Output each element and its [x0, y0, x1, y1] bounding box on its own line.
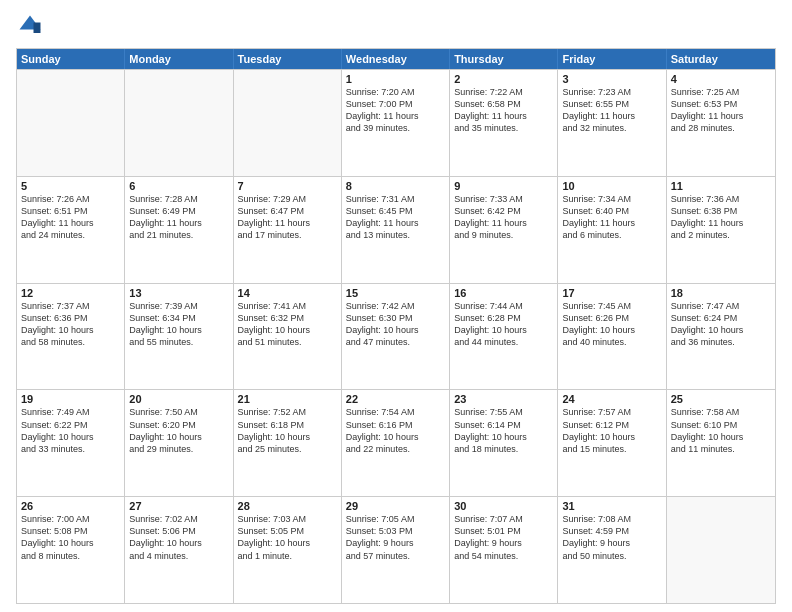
calendar-cell	[125, 70, 233, 176]
calendar-cell: 24Sunrise: 7:57 AM Sunset: 6:12 PM Dayli…	[558, 390, 666, 496]
calendar-row-1: 5Sunrise: 7:26 AM Sunset: 6:51 PM Daylig…	[17, 176, 775, 283]
day-number: 3	[562, 73, 661, 85]
day-number: 28	[238, 500, 337, 512]
cell-info: Sunrise: 7:44 AM Sunset: 6:28 PM Dayligh…	[454, 300, 553, 349]
calendar-header: SundayMondayTuesdayWednesdayThursdayFrid…	[17, 49, 775, 69]
cell-info: Sunrise: 7:50 AM Sunset: 6:20 PM Dayligh…	[129, 406, 228, 455]
cell-info: Sunrise: 7:20 AM Sunset: 7:00 PM Dayligh…	[346, 86, 445, 135]
calendar-cell: 23Sunrise: 7:55 AM Sunset: 6:14 PM Dayli…	[450, 390, 558, 496]
calendar-cell: 31Sunrise: 7:08 AM Sunset: 4:59 PM Dayli…	[558, 497, 666, 603]
calendar-cell: 20Sunrise: 7:50 AM Sunset: 6:20 PM Dayli…	[125, 390, 233, 496]
cell-info: Sunrise: 7:37 AM Sunset: 6:36 PM Dayligh…	[21, 300, 120, 349]
cell-info: Sunrise: 7:29 AM Sunset: 6:47 PM Dayligh…	[238, 193, 337, 242]
calendar-cell: 8Sunrise: 7:31 AM Sunset: 6:45 PM Daylig…	[342, 177, 450, 283]
day-number: 23	[454, 393, 553, 405]
calendar-cell: 22Sunrise: 7:54 AM Sunset: 6:16 PM Dayli…	[342, 390, 450, 496]
cell-info: Sunrise: 7:03 AM Sunset: 5:05 PM Dayligh…	[238, 513, 337, 562]
day-number: 1	[346, 73, 445, 85]
cell-info: Sunrise: 7:58 AM Sunset: 6:10 PM Dayligh…	[671, 406, 771, 455]
day-number: 17	[562, 287, 661, 299]
cell-info: Sunrise: 7:31 AM Sunset: 6:45 PM Dayligh…	[346, 193, 445, 242]
cell-info: Sunrise: 7:28 AM Sunset: 6:49 PM Dayligh…	[129, 193, 228, 242]
calendar: SundayMondayTuesdayWednesdayThursdayFrid…	[16, 48, 776, 604]
day-number: 15	[346, 287, 445, 299]
day-number: 31	[562, 500, 661, 512]
day-number: 29	[346, 500, 445, 512]
day-number: 10	[562, 180, 661, 192]
day-number: 20	[129, 393, 228, 405]
calendar-cell: 27Sunrise: 7:02 AM Sunset: 5:06 PM Dayli…	[125, 497, 233, 603]
header-cell-sunday: Sunday	[17, 49, 125, 69]
header-cell-tuesday: Tuesday	[234, 49, 342, 69]
calendar-cell: 7Sunrise: 7:29 AM Sunset: 6:47 PM Daylig…	[234, 177, 342, 283]
day-number: 11	[671, 180, 771, 192]
calendar-cell: 5Sunrise: 7:26 AM Sunset: 6:51 PM Daylig…	[17, 177, 125, 283]
calendar-cell: 16Sunrise: 7:44 AM Sunset: 6:28 PM Dayli…	[450, 284, 558, 390]
day-number: 22	[346, 393, 445, 405]
day-number: 24	[562, 393, 661, 405]
cell-info: Sunrise: 7:57 AM Sunset: 6:12 PM Dayligh…	[562, 406, 661, 455]
calendar-cell: 6Sunrise: 7:28 AM Sunset: 6:49 PM Daylig…	[125, 177, 233, 283]
calendar-cell: 4Sunrise: 7:25 AM Sunset: 6:53 PM Daylig…	[667, 70, 775, 176]
calendar-body: 1Sunrise: 7:20 AM Sunset: 7:00 PM Daylig…	[17, 69, 775, 603]
day-number: 12	[21, 287, 120, 299]
cell-info: Sunrise: 7:45 AM Sunset: 6:26 PM Dayligh…	[562, 300, 661, 349]
header-cell-friday: Friday	[558, 49, 666, 69]
day-number: 26	[21, 500, 120, 512]
cell-info: Sunrise: 7:41 AM Sunset: 6:32 PM Dayligh…	[238, 300, 337, 349]
calendar-row-4: 26Sunrise: 7:00 AM Sunset: 5:08 PM Dayli…	[17, 496, 775, 603]
logo-icon	[16, 12, 44, 40]
cell-info: Sunrise: 7:23 AM Sunset: 6:55 PM Dayligh…	[562, 86, 661, 135]
calendar-cell: 28Sunrise: 7:03 AM Sunset: 5:05 PM Dayli…	[234, 497, 342, 603]
calendar-cell: 19Sunrise: 7:49 AM Sunset: 6:22 PM Dayli…	[17, 390, 125, 496]
calendar-cell: 26Sunrise: 7:00 AM Sunset: 5:08 PM Dayli…	[17, 497, 125, 603]
cell-info: Sunrise: 7:34 AM Sunset: 6:40 PM Dayligh…	[562, 193, 661, 242]
day-number: 2	[454, 73, 553, 85]
day-number: 25	[671, 393, 771, 405]
calendar-row-2: 12Sunrise: 7:37 AM Sunset: 6:36 PM Dayli…	[17, 283, 775, 390]
cell-info: Sunrise: 7:55 AM Sunset: 6:14 PM Dayligh…	[454, 406, 553, 455]
calendar-cell: 21Sunrise: 7:52 AM Sunset: 6:18 PM Dayli…	[234, 390, 342, 496]
day-number: 6	[129, 180, 228, 192]
header-cell-saturday: Saturday	[667, 49, 775, 69]
calendar-cell: 3Sunrise: 7:23 AM Sunset: 6:55 PM Daylig…	[558, 70, 666, 176]
cell-info: Sunrise: 7:49 AM Sunset: 6:22 PM Dayligh…	[21, 406, 120, 455]
cell-info: Sunrise: 7:22 AM Sunset: 6:58 PM Dayligh…	[454, 86, 553, 135]
day-number: 27	[129, 500, 228, 512]
calendar-cell	[17, 70, 125, 176]
day-number: 14	[238, 287, 337, 299]
calendar-cell: 10Sunrise: 7:34 AM Sunset: 6:40 PM Dayli…	[558, 177, 666, 283]
day-number: 5	[21, 180, 120, 192]
day-number: 9	[454, 180, 553, 192]
cell-info: Sunrise: 7:07 AM Sunset: 5:01 PM Dayligh…	[454, 513, 553, 562]
header-cell-monday: Monday	[125, 49, 233, 69]
calendar-cell: 1Sunrise: 7:20 AM Sunset: 7:00 PM Daylig…	[342, 70, 450, 176]
cell-info: Sunrise: 7:36 AM Sunset: 6:38 PM Dayligh…	[671, 193, 771, 242]
calendar-cell: 15Sunrise: 7:42 AM Sunset: 6:30 PM Dayli…	[342, 284, 450, 390]
cell-info: Sunrise: 7:02 AM Sunset: 5:06 PM Dayligh…	[129, 513, 228, 562]
day-number: 4	[671, 73, 771, 85]
day-number: 18	[671, 287, 771, 299]
calendar-cell: 9Sunrise: 7:33 AM Sunset: 6:42 PM Daylig…	[450, 177, 558, 283]
day-number: 7	[238, 180, 337, 192]
calendar-cell: 29Sunrise: 7:05 AM Sunset: 5:03 PM Dayli…	[342, 497, 450, 603]
day-number: 8	[346, 180, 445, 192]
cell-info: Sunrise: 7:05 AM Sunset: 5:03 PM Dayligh…	[346, 513, 445, 562]
calendar-cell: 30Sunrise: 7:07 AM Sunset: 5:01 PM Dayli…	[450, 497, 558, 603]
day-number: 21	[238, 393, 337, 405]
page-header	[16, 12, 776, 40]
calendar-cell: 17Sunrise: 7:45 AM Sunset: 6:26 PM Dayli…	[558, 284, 666, 390]
calendar-cell	[234, 70, 342, 176]
day-number: 19	[21, 393, 120, 405]
calendar-row-3: 19Sunrise: 7:49 AM Sunset: 6:22 PM Dayli…	[17, 389, 775, 496]
cell-info: Sunrise: 7:26 AM Sunset: 6:51 PM Dayligh…	[21, 193, 120, 242]
svg-marker-1	[34, 23, 41, 34]
cell-info: Sunrise: 7:33 AM Sunset: 6:42 PM Dayligh…	[454, 193, 553, 242]
day-number: 13	[129, 287, 228, 299]
calendar-row-0: 1Sunrise: 7:20 AM Sunset: 7:00 PM Daylig…	[17, 69, 775, 176]
calendar-cell: 2Sunrise: 7:22 AM Sunset: 6:58 PM Daylig…	[450, 70, 558, 176]
calendar-cell: 12Sunrise: 7:37 AM Sunset: 6:36 PM Dayli…	[17, 284, 125, 390]
day-number: 30	[454, 500, 553, 512]
cell-info: Sunrise: 7:00 AM Sunset: 5:08 PM Dayligh…	[21, 513, 120, 562]
calendar-cell: 18Sunrise: 7:47 AM Sunset: 6:24 PM Dayli…	[667, 284, 775, 390]
